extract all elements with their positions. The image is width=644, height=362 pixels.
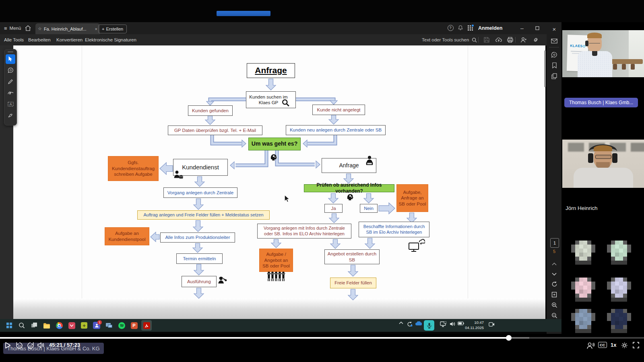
volume-button[interactable] [37, 342, 45, 348]
help-button[interactable]: ? [445, 22, 456, 33]
notifications-button[interactable] [455, 22, 466, 33]
comment-tool-button[interactable] [6, 66, 15, 75]
tab-close-icon[interactable]: × [95, 27, 97, 31]
acrobat-button-active[interactable] [141, 320, 152, 331]
rotate-refresh-button[interactable] [550, 280, 559, 288]
print-button[interactable] [505, 34, 515, 45]
taskbar-search-button[interactable] [17, 320, 27, 331]
avatar-pixel [619, 298, 623, 302]
pocket-button[interactable] [66, 320, 77, 331]
avatar-pixel [611, 253, 615, 257]
progress-track[interactable] [0, 337, 644, 339]
zoom-out-button[interactable] [550, 311, 559, 320]
tray-volume-icon[interactable] [450, 321, 455, 327]
save-button[interactable] [481, 34, 492, 45]
bookmarks-panel-button[interactable] [550, 61, 559, 70]
draw-tool-button[interactable] [6, 88, 15, 98]
menu-alle-tools[interactable]: Alle Tools [4, 34, 24, 45]
create-button[interactable]: + Erstellen [98, 25, 127, 33]
link-button[interactable] [530, 34, 541, 45]
chrome-button[interactable] [54, 320, 64, 331]
window-close-secondary[interactable]: × [550, 25, 559, 33]
task-view-button[interactable] [29, 320, 39, 331]
onedrive-icon[interactable] [415, 321, 422, 326]
tray-notification-icon[interactable] [489, 321, 495, 327]
highlight-tool-button[interactable] [6, 77, 15, 86]
comments-panel-button[interactable] [550, 50, 559, 59]
avatar-pixel [615, 325, 619, 329]
home-icon [25, 25, 31, 31]
top-notification-bar [217, 11, 270, 16]
microphone-active-button[interactable] [424, 320, 434, 331]
avatar-pixel [579, 286, 583, 290]
tray-clock[interactable]: 10:47 04.11.2025 [465, 320, 484, 331]
avatar-pixel [623, 278, 627, 282]
participant1-video[interactable]: KLAES◇ [562, 30, 644, 77]
vertical-scrollbar[interactable] [544, 50, 546, 87]
apps-grid-button[interactable] [465, 22, 475, 33]
participant-avatar[interactable] [607, 278, 631, 302]
participant2-video[interactable] [562, 140, 644, 188]
home-button[interactable] [25, 22, 31, 34]
play-button[interactable] [5, 342, 11, 349]
next-page-button[interactable] [550, 269, 559, 278]
menu-bearbeiten[interactable]: Bearbeiten [28, 34, 51, 45]
link-icon [533, 37, 539, 43]
avatar-pixel [627, 313, 631, 317]
tray-sync-icon[interactable] [407, 321, 413, 327]
menu-elektronische-signaturen[interactable]: Elektronische Signaturen [85, 34, 136, 45]
forward-10-button[interactable]: 10 [27, 342, 35, 350]
avatar-pixel [619, 278, 623, 282]
share-person-button[interactable] [518, 34, 529, 45]
teams-icon: 1 [93, 322, 100, 329]
teams-button[interactable]: 1 [91, 320, 102, 331]
avatar-pixel [575, 245, 579, 249]
powerpoint-button[interactable]: P [129, 320, 139, 331]
avatar-pixel [623, 286, 627, 290]
avatar-pixel [619, 282, 623, 286]
menu-konvertieren[interactable]: Konvertieren [56, 34, 83, 45]
captions-button[interactable]: CC [598, 342, 607, 348]
start-button[interactable] [4, 320, 14, 331]
tray-battery-icon[interactable] [458, 321, 464, 325]
signin-button[interactable]: Anmelden [478, 22, 502, 34]
participant-avatar[interactable] [571, 309, 595, 333]
menu-button[interactable]: ≡ Menü [4, 22, 21, 34]
mail-button[interactable] [550, 37, 559, 45]
current-page-box[interactable]: 1 [550, 238, 559, 248]
palette-drag-handle[interactable] [8, 51, 13, 52]
upload-cloud-button[interactable] [493, 34, 504, 45]
tray-expand-chevron[interactable] [399, 321, 403, 324]
participant-avatar[interactable] [571, 241, 595, 265]
tab-document[interactable]: ☆ Fa. Heinrich_Ablauf... × [35, 23, 100, 34]
progress-playhead[interactable] [506, 335, 512, 341]
avatar-pixel [611, 286, 615, 290]
participant-avatar[interactable] [607, 241, 631, 265]
fit-page-button[interactable] [550, 290, 559, 299]
search-box[interactable]: Text oder Tools suchen [422, 34, 477, 45]
audio-description-button[interactable] [587, 342, 594, 349]
tray-display-icon[interactable] [440, 321, 446, 327]
playback-speed-button[interactable]: 1x [611, 342, 616, 348]
greenshot-button[interactable]: + [79, 320, 89, 331]
participant-avatar[interactable] [607, 309, 631, 333]
avatar-pixel [615, 257, 619, 261]
spotify-button[interactable] [116, 320, 127, 331]
participant-avatar[interactable] [571, 278, 595, 302]
minimize-button[interactable]: – [516, 22, 528, 34]
sign-tool-button[interactable] [6, 111, 15, 120]
remote-desktop-button[interactable] [104, 320, 114, 331]
text-box-tool-button[interactable]: A [6, 99, 15, 109]
select-tool-button[interactable] [6, 54, 15, 64]
previous-page-button[interactable] [550, 259, 559, 268]
pages-panel-button[interactable] [550, 72, 559, 80]
avatar-pixel [627, 249, 631, 253]
fullscreen-button[interactable] [633, 342, 639, 348]
zoom-in-button[interactable] [550, 300, 559, 309]
flow-node-pool2: Aufgabe, Anfrage an SB oder Pool [396, 184, 428, 212]
rewind-10-button[interactable]: 10 [15, 342, 23, 350]
file-explorer-button[interactable] [41, 320, 52, 331]
avatar-pixel [579, 317, 583, 321]
settings-button[interactable] [621, 342, 628, 349]
maximize-button[interactable] [531, 22, 543, 34]
